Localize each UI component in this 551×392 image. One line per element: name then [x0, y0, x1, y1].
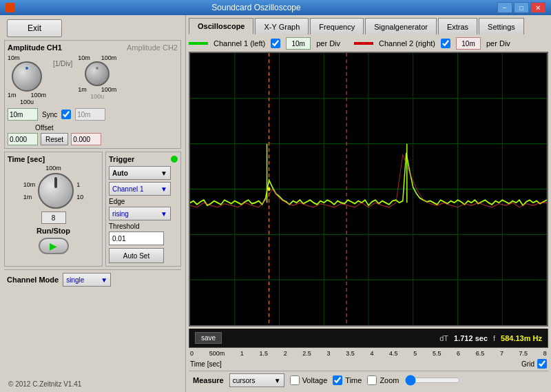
- trigger-mode-label: Auto: [112, 169, 128, 177]
- cursors-label: cursors: [233, 377, 256, 384]
- ch2-offset-input[interactable]: [71, 133, 101, 145]
- tab-signalgenerator[interactable]: Signalgenerator: [365, 18, 437, 34]
- exit-button[interactable]: Exit: [7, 19, 62, 37]
- tab-xy-label: X-Y Graph: [264, 23, 300, 31]
- channel-mode-dropdown[interactable]: single ▼: [63, 273, 111, 287]
- ta-0: 0: [190, 350, 194, 357]
- ta-3: 3: [327, 350, 331, 357]
- zoom-checkbox[interactable]: [367, 375, 377, 385]
- zoom-slider[interactable]: [405, 375, 460, 386]
- ch2-label: Channel 2 (right): [379, 39, 435, 48]
- ch2-bot-bottom: 100u: [90, 93, 104, 100]
- grid-label: Grid: [521, 360, 534, 368]
- time-knob-indicator: [54, 177, 57, 188]
- time-knob[interactable]: [38, 173, 74, 209]
- amplitude-section: Amplitude CH1 Amplitude CH2 10m 1m 100m: [4, 40, 181, 149]
- grid-control: Grid: [521, 359, 547, 369]
- run-stop-section: Run/Stop ▶: [8, 227, 99, 254]
- ta-2-5: 2.5: [302, 350, 311, 357]
- tab-extras[interactable]: Extras: [438, 18, 477, 34]
- ch1-perdiv-input[interactable]: [286, 37, 311, 50]
- left-panel: Exit Amplitude CH1 Amplitude CH2 10m 1m: [0, 15, 186, 392]
- maximize-button[interactable]: □: [514, 2, 529, 13]
- channel-mode-label: Channel Mode: [7, 276, 59, 284]
- ch2-color-indicator: [354, 42, 373, 45]
- time-left: 10m: [23, 181, 36, 188]
- ch2-knob-group: 10m 100m 1m 100m 100u: [78, 54, 116, 100]
- tab-settings[interactable]: Settings: [479, 18, 524, 34]
- time-section: Time [sec] 100m 10m 1m 1 10: [4, 152, 103, 267]
- f-label: f: [493, 334, 495, 342]
- tab-bar: Oscilloscope X-Y Graph Frequency Signalg…: [186, 15, 551, 34]
- trigger-channel-label: Channel 1: [112, 185, 144, 193]
- reset-button[interactable]: Reset: [41, 133, 68, 145]
- ch1-checkbox[interactable]: [271, 39, 280, 48]
- offset-label: Offset: [35, 124, 54, 132]
- tab-oscilloscope[interactable]: Oscilloscope: [189, 18, 253, 34]
- trigger-mode-arrow: ▼: [160, 169, 167, 177]
- sync-row: Sync: [8, 108, 178, 121]
- run-stop-button[interactable]: ▶: [39, 238, 69, 254]
- window-controls: − □ ✕: [497, 2, 545, 13]
- ch2-perdiv-input[interactable]: [456, 37, 481, 50]
- ta-8: 8: [543, 350, 547, 357]
- sync-checkbox[interactable]: [61, 110, 71, 119]
- ch1-amp-value[interactable]: [8, 108, 38, 121]
- oscilloscope-display[interactable]: [189, 52, 548, 327]
- voltage-checkbox[interactable]: [290, 375, 300, 385]
- time-knob-area: 100m 10m 1m 1 10: [8, 165, 99, 224]
- ta-6: 6: [457, 350, 460, 357]
- ch1-bot-bottom: 100u: [20, 99, 34, 105]
- trigger-channel-dropdown[interactable]: Channel 1 ▼: [109, 182, 171, 196]
- channel-mode-arrow: ▼: [101, 276, 107, 284]
- knob2-indicator: [96, 67, 98, 70]
- ch2-amplitude-knob[interactable]: [85, 61, 110, 86]
- dt-info: dT 1.712 sec f 584.13m Hz: [439, 334, 542, 342]
- title-bar: Soundcard Oszilloscope − □ ✕: [0, 0, 551, 15]
- time-checkbox[interactable]: [333, 375, 342, 385]
- save-button[interactable]: save: [195, 332, 222, 344]
- grid-checkbox[interactable]: [537, 359, 547, 369]
- ch1-color-indicator: [189, 42, 208, 45]
- run-stop-label: Run/Stop: [37, 227, 70, 235]
- auto-set-button[interactable]: Auto Set: [109, 248, 164, 263]
- ch1-top-left: 10m: [8, 54, 20, 61]
- ta-7-5: 7.5: [519, 350, 528, 357]
- ta-6-5: 6.5: [476, 350, 485, 357]
- ch1-bot-left: 1m: [8, 92, 17, 99]
- tab-frequency[interactable]: Frequency: [310, 18, 364, 34]
- f-value: 584.13m Hz: [501, 334, 542, 342]
- ta-7: 7: [500, 350, 503, 357]
- threshold-input[interactable]: [109, 231, 164, 245]
- close-button[interactable]: ✕: [530, 2, 545, 13]
- ch2-perdiv-label: per Div: [486, 39, 510, 48]
- ta-1: 1: [240, 350, 244, 357]
- minimize-button[interactable]: −: [497, 2, 512, 13]
- copyright-text: © 2012 C.Zeitnitz V1.41: [4, 379, 85, 389]
- edge-dropdown[interactable]: rising ▼: [109, 207, 171, 220]
- main-content: Exit Amplitude CH1 Amplitude CH2 10m 1m: [0, 15, 551, 392]
- ch1-offset-input[interactable]: [8, 133, 38, 145]
- ch2-top-left: 10m: [78, 54, 90, 61]
- ch2-amp-value[interactable]: [75, 108, 105, 121]
- trigger-mode-dropdown[interactable]: Auto ▼: [109, 166, 171, 180]
- time-left-labels: 10m 1m: [23, 181, 36, 200]
- tab-extras-label: Extras: [447, 23, 468, 31]
- measure-cursors-dropdown[interactable]: cursors ▼: [229, 373, 284, 387]
- amplitude-header: Amplitude CH1 Amplitude CH2: [8, 43, 178, 52]
- zoom-label: Zoom: [380, 376, 399, 384]
- cursors-arrow: ▼: [274, 377, 281, 384]
- ch1-label: Channel 1 (left): [214, 39, 265, 48]
- measure-label: Measure: [193, 376, 224, 384]
- app-icon: [6, 3, 15, 12]
- ch1-amplitude-knob[interactable]: [12, 61, 42, 92]
- knob-indicator: [25, 67, 28, 70]
- window-title: Soundcard Oszilloscope: [15, 3, 497, 12]
- time-value-input[interactable]: [41, 212, 66, 224]
- tab-xy-graph[interactable]: X-Y Graph: [255, 18, 309, 34]
- channel-info-row: Channel 1 (left) per Div Channel 2 (righ…: [189, 37, 548, 50]
- ch2-checkbox[interactable]: [441, 39, 450, 48]
- ta-3-5: 3.5: [346, 350, 355, 357]
- voltage-label: Voltage: [302, 376, 328, 384]
- channel-mode-value: single: [66, 276, 84, 284]
